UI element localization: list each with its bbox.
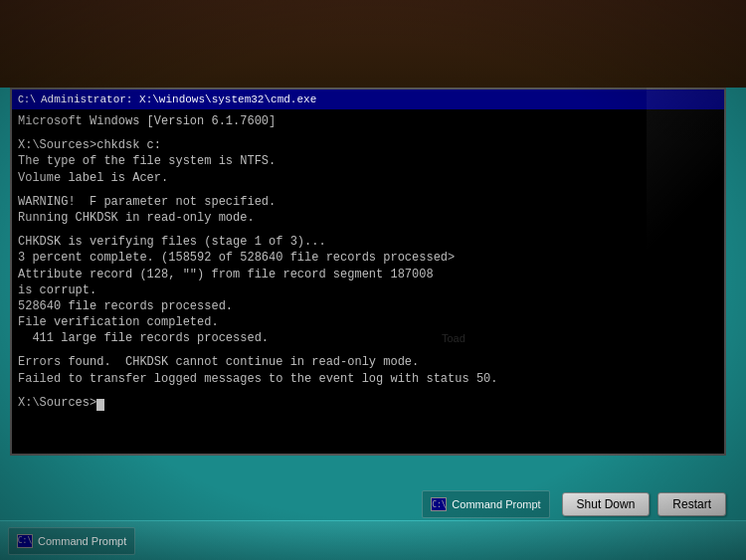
cmd-icon: C:\	[18, 94, 36, 105]
cmd-title-text: Administrator: X:\windows\system32\cmd.e…	[41, 93, 316, 105]
cmd-line-chkdsk1: CHKDSK is verifying files (stage 1 of 3)…	[18, 234, 718, 250]
cmd-line-3: The type of the file system is NTFS.	[18, 153, 718, 169]
cursor-blink	[96, 399, 104, 411]
cmd-line-chkdsk4: is corrupt.	[18, 282, 718, 298]
restart-button[interactable]: Restart	[657, 492, 726, 516]
cmd-line-chkdsk6: File verification completed.	[18, 314, 718, 330]
cmd-line-chkdsk2: 3 percent complete. (158592 of 528640 fi…	[18, 250, 718, 266]
cmd-line-error1: Errors found. CHKDSK cannot continue in …	[18, 354, 718, 370]
cmd-taskbar-button[interactable]: C:\ Command Prompt	[422, 490, 549, 518]
cmd-line-blank-4	[18, 346, 718, 354]
cmd-body: Microsoft Windows [Version 6.1.7600] X:\…	[12, 109, 724, 454]
taskbar-area: C:\ Command Prompt Shut Down Restart C:\…	[0, 456, 746, 560]
shut-down-button[interactable]: Shut Down	[562, 492, 651, 516]
cmd-line-4: Volume label is Acer.	[18, 170, 718, 186]
cmd-taskbar-task[interactable]: C:\ Command Prompt	[8, 527, 135, 555]
cmd-taskbar-icon: C:\	[431, 497, 447, 511]
cmd-line-warning1: WARNING! F parameter not specified.	[18, 194, 718, 210]
cmd-line-1: Microsoft Windows [Version 6.1.7600]	[18, 113, 718, 129]
cmd-window: C:\ Administrator: X:\windows\system32\c…	[10, 88, 726, 456]
cmd-line-chkdsk3: Attribute record (128, "") from file rec…	[18, 267, 718, 282]
cmd-titlebar: C:\ Administrator: X:\windows\system32\c…	[12, 90, 724, 109]
shutdown-bar: C:\ Command Prompt Shut Down Restart	[422, 490, 726, 518]
cmd-line-blank-5	[18, 387, 718, 395]
cmd-line-error2: Failed to transfer logged messages to th…	[18, 371, 718, 387]
cmd-line-warning2: Running CHKDSK in read-only mode.	[18, 210, 718, 226]
cmd-line-prompt: X:\Sources>	[18, 395, 718, 411]
cmd-line-blank-3	[18, 226, 718, 234]
cmd-line-chkdsk7: 411 large file records processed.	[18, 330, 718, 346]
cmd-task-icon: C:\	[17, 534, 33, 548]
cmd-task-label: Command Prompt	[38, 535, 126, 547]
cmd-line-blank-1	[18, 129, 718, 137]
desk-background	[0, 0, 746, 88]
cmd-line-blank-2	[18, 186, 718, 194]
cmd-taskbar-label: Command Prompt	[452, 498, 540, 510]
cmd-line-2: X:\Sources>chkdsk c:	[18, 137, 718, 153]
cmd-line-chkdsk5: 528640 file records processed.	[18, 298, 718, 314]
taskbar-bar: C:\ Command Prompt	[0, 520, 746, 560]
